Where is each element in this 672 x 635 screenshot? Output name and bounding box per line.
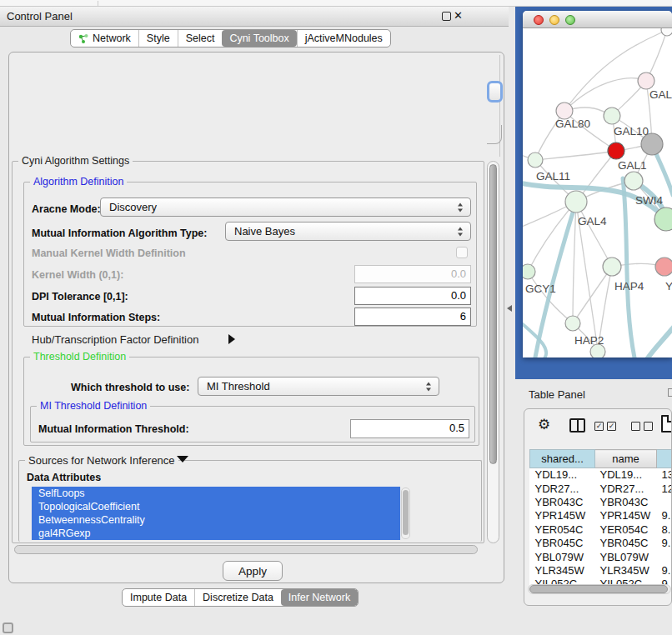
cell[interactable] <box>657 495 672 508</box>
table-row[interactable]: YLR345WYLR345W9. <box>530 563 672 577</box>
network-node-gcy1[interactable] <box>523 264 535 279</box>
tab-select[interactable]: Select <box>178 30 223 47</box>
list-item[interactable]: BetweennessCentrality <box>32 513 400 527</box>
network-node[interactable] <box>661 28 672 36</box>
tab-network[interactable]: Network <box>71 30 138 47</box>
network-node-hap4[interactable] <box>603 258 621 276</box>
deselect-all-checkbox-icon[interactable] <box>631 422 640 431</box>
tab-discretize-data[interactable]: Discretize Data <box>194 589 281 606</box>
cell[interactable]: YDR27... <box>595 482 657 495</box>
stepper-arrows-icon <box>426 382 432 391</box>
table-row[interactable]: YBL079WYBL079W <box>530 550 672 563</box>
apply-button[interactable]: Apply <box>223 561 283 581</box>
table-row[interactable]: YDR27...YDR27...12 <box>530 482 672 495</box>
tab-style[interactable]: Style <box>138 30 178 47</box>
cell[interactable]: 9. <box>657 509 672 522</box>
column-header-shared-name[interactable]: shared... <box>530 450 595 468</box>
list-item[interactable]: SelfLoops <box>32 487 400 500</box>
network-node-gal11[interactable] <box>528 152 543 168</box>
cell[interactable]: 8. <box>657 522 672 536</box>
tab-impute-data[interactable]: Impute Data <box>123 589 194 606</box>
mi-threshold-field[interactable]: 0.5 <box>350 419 469 438</box>
network-node-gal10[interactable] <box>604 108 620 124</box>
cell[interactable]: YDL19... <box>595 468 657 482</box>
manual-kernel-width-checkbox[interactable] <box>456 247 468 258</box>
cell[interactable]: YBR043C <box>530 495 595 508</box>
cell[interactable]: YBL079W <box>530 550 595 563</box>
network-node-gal80[interactable] <box>556 102 573 119</box>
cell[interactable]: YLR345W <box>595 563 657 577</box>
settings-vertical-scrollbar-thumb[interactable] <box>489 164 497 464</box>
cell[interactable]: YPR145W <box>530 509 595 522</box>
list-item[interactable]: TopologicalCoefficient <box>32 500 400 513</box>
settings-horizontal-scrollbar[interactable] <box>13 545 483 555</box>
table-horizontal-scrollbar-thumb[interactable] <box>529 585 668 593</box>
which-threshold-select[interactable]: MI Threshold <box>198 377 439 396</box>
mi-steps-field[interactable]: 6 <box>354 308 471 326</box>
column-header-name[interactable]: name <box>595 450 657 468</box>
dpi-tolerance-field[interactable]: 0.0 <box>354 287 471 305</box>
deselect-all-checkbox-icon[interactable] <box>644 422 653 431</box>
columns-icon[interactable] <box>569 418 585 432</box>
cell[interactable]: 9. <box>657 536 672 549</box>
cell[interactable] <box>657 550 672 563</box>
close-icon[interactable]: ✕ <box>454 9 463 22</box>
table-row[interactable]: YPR145WYPR145W9. <box>530 509 672 522</box>
float-window-icon[interactable] <box>442 12 451 21</box>
select-all-checkbox-icon[interactable]: ✓ <box>607 422 616 431</box>
cell[interactable]: YPR145W <box>595 509 657 522</box>
table-header-row: shared... name A <box>530 450 672 468</box>
column-header-partial[interactable]: A <box>657 450 672 468</box>
bottom-left-panel-icon[interactable] <box>3 622 13 633</box>
tab-cyni-toolbox[interactable]: Cyni Toolbox <box>222 30 296 47</box>
network-node-gal1[interactable] <box>608 142 624 159</box>
cell[interactable]: YER054C <box>595 522 657 536</box>
export-table-icon[interactable] <box>661 415 672 432</box>
cell[interactable]: YDL19... <box>530 468 595 482</box>
cell[interactable]: 13 <box>657 468 672 482</box>
data-attributes-list[interactable]: SelfLoops TopologicalCoefficient Between… <box>32 487 400 540</box>
mi-algorithm-type-select[interactable]: Naive Bayes <box>225 222 471 241</box>
network-node-hap2[interactable] <box>565 316 580 331</box>
table-row[interactable]: YBR043CYBR043C <box>530 495 672 508</box>
select-all-checkbox-icon[interactable]: ✓ <box>594 422 604 431</box>
network-node-gal4[interactable] <box>565 191 587 212</box>
close-traffic-light[interactable] <box>534 15 544 25</box>
tab-infer-network[interactable]: Infer Network <box>281 589 358 606</box>
network-canvas[interactable]: GAL GAL80 GAL10 GAL1 GAL11 SWI4 GAL4 GCY… <box>523 28 672 358</box>
collapse-down-arrow-icon[interactable] <box>177 456 188 462</box>
cell[interactable]: YBR045C <box>530 536 595 549</box>
cell[interactable]: 12 <box>657 482 672 495</box>
tab-jactivemnodules[interactable]: jActiveMNodules <box>297 30 390 47</box>
list-item[interactable]: gal4RGexp <box>32 527 400 540</box>
cell[interactable]: YER054C <box>530 522 595 536</box>
cell[interactable]: 9. <box>657 563 672 577</box>
cell[interactable]: YBL079W <box>595 550 657 563</box>
expand-right-arrow-icon[interactable] <box>228 334 235 344</box>
attributes-scrollbar[interactable] <box>401 488 410 539</box>
cell[interactable]: YLR345W <box>530 563 595 577</box>
cell[interactable]: YDR27... <box>530 482 595 495</box>
kernel-width-field[interactable]: 0.0 <box>354 265 471 283</box>
cell[interactable]: YBR045C <box>595 536 657 549</box>
network-node-salmon[interactable] <box>655 258 672 276</box>
cell[interactable]: YBR043C <box>595 495 657 508</box>
splitter-collapse-icon[interactable] <box>507 305 512 312</box>
settings-horizontal-scrollbar-thumb[interactable] <box>14 545 478 554</box>
table-row[interactable]: YBR045CYBR045C9. <box>530 536 672 549</box>
table-panel-float-icon[interactable] <box>668 388 672 397</box>
gear-icon[interactable]: ⚙ <box>538 416 550 433</box>
aracne-mode-select[interactable]: Discovery <box>100 198 471 217</box>
table-row[interactable]: YER054CYER054C8. <box>530 522 672 536</box>
node-label: HAP2 <box>574 334 604 347</box>
minimize-traffic-light[interactable] <box>549 15 559 25</box>
network-node-swi4[interactable] <box>624 172 643 190</box>
algorithm-combobox-fragment[interactable] <box>487 81 503 102</box>
dpi-tolerance-label: DPI Tolerance [0,1]: <box>32 291 128 302</box>
network-node[interactable] <box>638 72 654 89</box>
attributes-scrollbar-thumb[interactable] <box>403 490 409 535</box>
settings-vertical-scrollbar[interactable] <box>487 161 499 543</box>
table-row[interactable]: YDL19...YDL19...13 <box>530 468 672 482</box>
table-horizontal-scrollbar[interactable] <box>528 584 671 594</box>
zoom-traffic-light[interactable] <box>565 15 575 25</box>
